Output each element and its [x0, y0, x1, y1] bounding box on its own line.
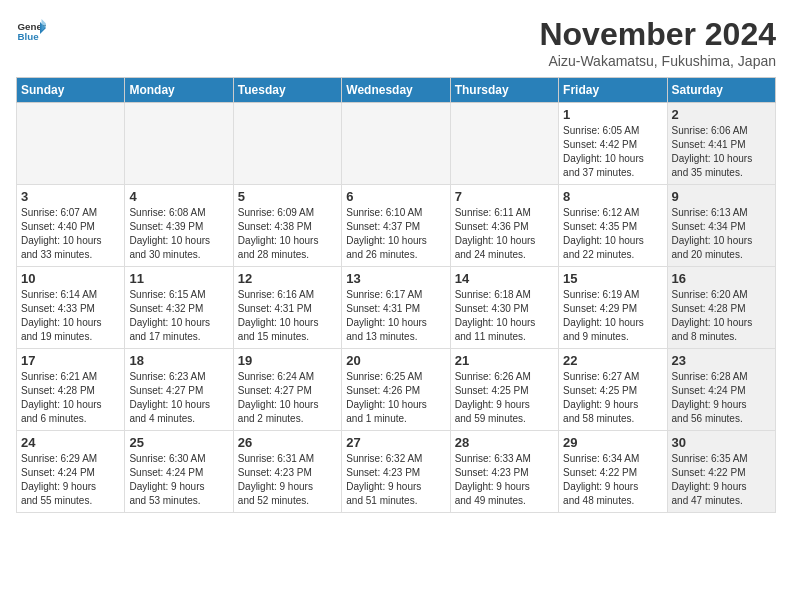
calendar-table: SundayMondayTuesdayWednesdayThursdayFrid…	[16, 77, 776, 513]
day-cell	[233, 103, 341, 185]
day-cell: 13Sunrise: 6:17 AM Sunset: 4:31 PM Dayli…	[342, 267, 450, 349]
day-info: Sunrise: 6:27 AM Sunset: 4:25 PM Dayligh…	[563, 370, 662, 426]
day-number: 5	[238, 189, 337, 204]
day-cell: 18Sunrise: 6:23 AM Sunset: 4:27 PM Dayli…	[125, 349, 233, 431]
day-cell: 25Sunrise: 6:30 AM Sunset: 4:24 PM Dayli…	[125, 431, 233, 513]
logo: General Blue	[16, 16, 46, 46]
day-cell: 8Sunrise: 6:12 AM Sunset: 4:35 PM Daylig…	[559, 185, 667, 267]
day-cell: 22Sunrise: 6:27 AM Sunset: 4:25 PM Dayli…	[559, 349, 667, 431]
day-number: 1	[563, 107, 662, 122]
day-info: Sunrise: 6:20 AM Sunset: 4:28 PM Dayligh…	[672, 288, 771, 344]
day-cell: 27Sunrise: 6:32 AM Sunset: 4:23 PM Dayli…	[342, 431, 450, 513]
header: General Blue November 2024 Aizu-Wakamats…	[16, 16, 776, 69]
day-cell: 2Sunrise: 6:06 AM Sunset: 4:41 PM Daylig…	[667, 103, 775, 185]
day-number: 13	[346, 271, 445, 286]
day-cell: 30Sunrise: 6:35 AM Sunset: 4:22 PM Dayli…	[667, 431, 775, 513]
day-cell: 26Sunrise: 6:31 AM Sunset: 4:23 PM Dayli…	[233, 431, 341, 513]
day-number: 25	[129, 435, 228, 450]
day-cell: 14Sunrise: 6:18 AM Sunset: 4:30 PM Dayli…	[450, 267, 558, 349]
day-info: Sunrise: 6:21 AM Sunset: 4:28 PM Dayligh…	[21, 370, 120, 426]
day-cell: 28Sunrise: 6:33 AM Sunset: 4:23 PM Dayli…	[450, 431, 558, 513]
day-cell: 7Sunrise: 6:11 AM Sunset: 4:36 PM Daylig…	[450, 185, 558, 267]
day-cell: 19Sunrise: 6:24 AM Sunset: 4:27 PM Dayli…	[233, 349, 341, 431]
day-number: 14	[455, 271, 554, 286]
day-info: Sunrise: 6:12 AM Sunset: 4:35 PM Dayligh…	[563, 206, 662, 262]
title-area: November 2024 Aizu-Wakamatsu, Fukushima,…	[539, 16, 776, 69]
day-cell: 15Sunrise: 6:19 AM Sunset: 4:29 PM Dayli…	[559, 267, 667, 349]
weekday-wednesday: Wednesday	[342, 78, 450, 103]
day-info: Sunrise: 6:07 AM Sunset: 4:40 PM Dayligh…	[21, 206, 120, 262]
day-number: 12	[238, 271, 337, 286]
weekday-monday: Monday	[125, 78, 233, 103]
svg-text:Blue: Blue	[18, 31, 40, 42]
location-title: Aizu-Wakamatsu, Fukushima, Japan	[539, 53, 776, 69]
day-cell: 17Sunrise: 6:21 AM Sunset: 4:28 PM Dayli…	[17, 349, 125, 431]
weekday-saturday: Saturday	[667, 78, 775, 103]
day-number: 21	[455, 353, 554, 368]
day-info: Sunrise: 6:35 AM Sunset: 4:22 PM Dayligh…	[672, 452, 771, 508]
day-number: 27	[346, 435, 445, 450]
day-cell: 21Sunrise: 6:26 AM Sunset: 4:25 PM Dayli…	[450, 349, 558, 431]
day-number: 6	[346, 189, 445, 204]
day-number: 7	[455, 189, 554, 204]
day-info: Sunrise: 6:15 AM Sunset: 4:32 PM Dayligh…	[129, 288, 228, 344]
week-row-2: 10Sunrise: 6:14 AM Sunset: 4:33 PM Dayli…	[17, 267, 776, 349]
calendar-body: 1Sunrise: 6:05 AM Sunset: 4:42 PM Daylig…	[17, 103, 776, 513]
day-number: 30	[672, 435, 771, 450]
day-info: Sunrise: 6:23 AM Sunset: 4:27 PM Dayligh…	[129, 370, 228, 426]
day-info: Sunrise: 6:19 AM Sunset: 4:29 PM Dayligh…	[563, 288, 662, 344]
day-cell	[342, 103, 450, 185]
day-cell: 23Sunrise: 6:28 AM Sunset: 4:24 PM Dayli…	[667, 349, 775, 431]
day-info: Sunrise: 6:26 AM Sunset: 4:25 PM Dayligh…	[455, 370, 554, 426]
day-cell: 20Sunrise: 6:25 AM Sunset: 4:26 PM Dayli…	[342, 349, 450, 431]
weekday-sunday: Sunday	[17, 78, 125, 103]
day-info: Sunrise: 6:10 AM Sunset: 4:37 PM Dayligh…	[346, 206, 445, 262]
week-row-0: 1Sunrise: 6:05 AM Sunset: 4:42 PM Daylig…	[17, 103, 776, 185]
week-row-4: 24Sunrise: 6:29 AM Sunset: 4:24 PM Dayli…	[17, 431, 776, 513]
day-info: Sunrise: 6:17 AM Sunset: 4:31 PM Dayligh…	[346, 288, 445, 344]
day-cell: 16Sunrise: 6:20 AM Sunset: 4:28 PM Dayli…	[667, 267, 775, 349]
day-cell: 11Sunrise: 6:15 AM Sunset: 4:32 PM Dayli…	[125, 267, 233, 349]
day-cell	[17, 103, 125, 185]
day-cell: 5Sunrise: 6:09 AM Sunset: 4:38 PM Daylig…	[233, 185, 341, 267]
day-number: 24	[21, 435, 120, 450]
day-info: Sunrise: 6:29 AM Sunset: 4:24 PM Dayligh…	[21, 452, 120, 508]
day-number: 20	[346, 353, 445, 368]
day-number: 22	[563, 353, 662, 368]
day-info: Sunrise: 6:05 AM Sunset: 4:42 PM Dayligh…	[563, 124, 662, 180]
day-info: Sunrise: 6:32 AM Sunset: 4:23 PM Dayligh…	[346, 452, 445, 508]
day-cell: 9Sunrise: 6:13 AM Sunset: 4:34 PM Daylig…	[667, 185, 775, 267]
week-row-3: 17Sunrise: 6:21 AM Sunset: 4:28 PM Dayli…	[17, 349, 776, 431]
day-info: Sunrise: 6:08 AM Sunset: 4:39 PM Dayligh…	[129, 206, 228, 262]
weekday-thursday: Thursday	[450, 78, 558, 103]
day-number: 8	[563, 189, 662, 204]
day-number: 17	[21, 353, 120, 368]
week-row-1: 3Sunrise: 6:07 AM Sunset: 4:40 PM Daylig…	[17, 185, 776, 267]
day-info: Sunrise: 6:06 AM Sunset: 4:41 PM Dayligh…	[672, 124, 771, 180]
day-number: 15	[563, 271, 662, 286]
day-number: 28	[455, 435, 554, 450]
day-cell: 1Sunrise: 6:05 AM Sunset: 4:42 PM Daylig…	[559, 103, 667, 185]
weekday-header-row: SundayMondayTuesdayWednesdayThursdayFrid…	[17, 78, 776, 103]
logo-icon: General Blue	[16, 16, 46, 46]
day-info: Sunrise: 6:16 AM Sunset: 4:31 PM Dayligh…	[238, 288, 337, 344]
month-title: November 2024	[539, 16, 776, 53]
day-cell: 3Sunrise: 6:07 AM Sunset: 4:40 PM Daylig…	[17, 185, 125, 267]
day-number: 4	[129, 189, 228, 204]
day-number: 23	[672, 353, 771, 368]
day-cell: 24Sunrise: 6:29 AM Sunset: 4:24 PM Dayli…	[17, 431, 125, 513]
day-cell: 12Sunrise: 6:16 AM Sunset: 4:31 PM Dayli…	[233, 267, 341, 349]
day-info: Sunrise: 6:11 AM Sunset: 4:36 PM Dayligh…	[455, 206, 554, 262]
day-cell: 10Sunrise: 6:14 AM Sunset: 4:33 PM Dayli…	[17, 267, 125, 349]
day-cell	[450, 103, 558, 185]
day-number: 3	[21, 189, 120, 204]
day-number: 16	[672, 271, 771, 286]
day-number: 29	[563, 435, 662, 450]
weekday-friday: Friday	[559, 78, 667, 103]
day-info: Sunrise: 6:34 AM Sunset: 4:22 PM Dayligh…	[563, 452, 662, 508]
day-number: 10	[21, 271, 120, 286]
day-number: 11	[129, 271, 228, 286]
day-info: Sunrise: 6:24 AM Sunset: 4:27 PM Dayligh…	[238, 370, 337, 426]
weekday-tuesday: Tuesday	[233, 78, 341, 103]
day-info: Sunrise: 6:14 AM Sunset: 4:33 PM Dayligh…	[21, 288, 120, 344]
